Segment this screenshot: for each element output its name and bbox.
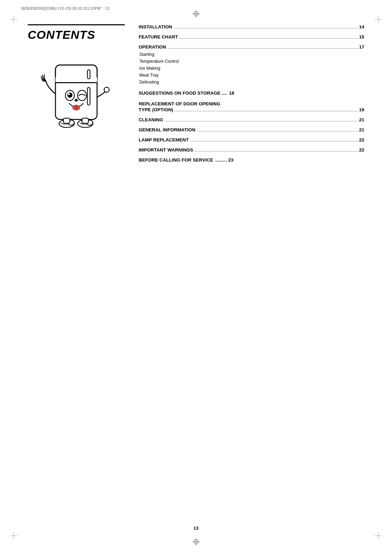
toc-dots-replacement <box>175 111 358 111</box>
toc-entry-replacement: REPLACEMENT OF DOOR OPENING TYPE (Option… <box>139 101 364 112</box>
toc-page-installation: 14 <box>359 24 364 29</box>
toc-entry-suggestions: SUGGESTIONS ON FOOD STORAGE .... 18 <box>139 90 364 96</box>
toc-dots-important-warnings <box>194 151 358 151</box>
trim-tl-h <box>10 19 17 19</box>
toc-entry-feature-chart: FEATURE CHART 15 <box>139 34 364 40</box>
svg-rect-18 <box>63 118 70 123</box>
toc-entry-before-calling: BEFORE CALLING FOR SERVICE ......... 23 <box>139 157 364 163</box>
toc-label-type-option: TYPE (Option) <box>139 107 173 112</box>
main-content: CONTENTS <box>28 24 364 513</box>
svg-rect-4 <box>87 70 90 79</box>
page-header: 3828JD8209Q(O/M)ż (13~23) 00.10.101:22PM… <box>21 6 371 10</box>
svg-rect-5 <box>87 87 90 105</box>
toc-label-important-warnings: IMPORTANT WARNINGS <box>139 147 193 153</box>
reg-mark-top <box>193 10 200 17</box>
toc-dots-general-info <box>197 131 358 131</box>
toc-label-general-info: GENERAL INFORMATION <box>139 127 195 132</box>
toc-label-before-calling: BEFORE CALLING FOR SERVICE <box>139 157 213 163</box>
trim-bl-h <box>10 536 17 536</box>
toc-label-feature-chart: FEATURE CHART <box>139 34 178 40</box>
svg-point-7 <box>67 93 72 98</box>
toc-sub-temp-control: Temperature Control <box>139 58 364 65</box>
toc-page-lamp-replacement: 22 <box>359 137 364 142</box>
contents-title: CONTENTS <box>28 24 125 42</box>
toc-sub-meat-tray: Meat Tray <box>139 72 364 79</box>
toc-page-feature-chart: 15 <box>359 34 364 40</box>
svg-point-8 <box>68 93 70 95</box>
page: 3828JD8209Q(O/M)ż (13~23) 00.10.101:22PM… <box>0 0 392 555</box>
right-col: INSTALLATION 14 FEATURE CHART 15 <box>139 24 364 167</box>
toc-dots-operation <box>167 48 358 49</box>
trim-br-v <box>378 532 378 539</box>
mascot-illustration <box>35 55 118 139</box>
left-col: CONTENTS <box>28 24 125 139</box>
svg-point-10 <box>75 99 78 102</box>
trim-bl-v <box>14 532 14 539</box>
toc-entry-installation: INSTALLATION 14 <box>139 24 364 29</box>
page-number: 13 <box>193 526 198 531</box>
toc-dots-feature-chart <box>180 38 358 38</box>
toc-dots-installation <box>174 28 358 28</box>
toc-page-replacement: 19 <box>359 107 364 112</box>
toc-label-lamp-replacement: LAMP REPLACEMENT <box>139 137 189 142</box>
toc-sub-starting: Starting <box>139 51 364 58</box>
toc-page-before-calling: ......... 23 <box>215 157 234 163</box>
toc-label-cleaning: CLEANING <box>139 117 163 122</box>
toc-entry-important-warnings: IMPORTANT WARNINGS 22 <box>139 147 364 153</box>
toc-label-operation: OPERATION <box>139 44 166 50</box>
toc-page-suggestions: 18 <box>229 90 234 96</box>
trim-tr-v <box>378 16 378 23</box>
toc-sub-defrosting: Defrosting <box>139 79 364 86</box>
toc-sub-ice-making: Ice Making <box>139 65 364 72</box>
toc-label-suggestions: SUGGESTIONS ON FOOD STORAGE .... <box>139 90 227 96</box>
toc-entry-cleaning: CLEANING 21 <box>139 117 364 122</box>
trim-tl-v <box>14 16 14 23</box>
toc-page-operation: 17 <box>359 44 364 50</box>
toc-entry-operation: OPERATION 17 Starting Temperature Contro… <box>139 44 364 86</box>
toc-entry-general-info: GENERAL INFORMATION 21 <box>139 127 364 132</box>
toc-label-installation: INSTALLATION <box>139 24 172 29</box>
svg-rect-2 <box>55 77 97 83</box>
reg-mark-bottom <box>193 538 200 545</box>
toc-page-cleaning: 21 <box>359 117 364 122</box>
file-ref: 3828JD8209Q(O/M)ż (13~23) 00.10.101:22PM… <box>21 6 109 10</box>
toc-dots-lamp-replacement <box>190 141 358 141</box>
toc-page-general-info: 21 <box>359 127 364 132</box>
toc-dots-cleaning <box>165 121 358 121</box>
toc-entry-lamp-replacement: LAMP REPLACEMENT 22 <box>139 137 364 142</box>
two-col-layout: CONTENTS <box>28 24 364 167</box>
toc-page-important-warnings: 22 <box>359 147 364 153</box>
svg-point-13 <box>104 87 109 92</box>
toc-sub-operation: Starting Temperature Control Ice Making … <box>139 51 364 86</box>
mascot-area <box>28 55 125 139</box>
svg-rect-19 <box>82 118 88 123</box>
toc-label-replacement: REPLACEMENT OF DOOR OPENING <box>139 101 220 106</box>
